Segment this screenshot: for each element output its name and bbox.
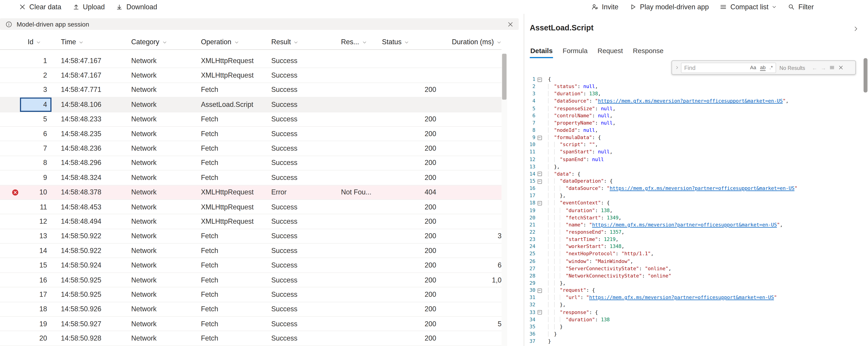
fold-collapse-icon[interactable]: −: [537, 179, 542, 184]
url-link[interactable]: https://mem.gfx.ms/meversion?partner=off…: [598, 98, 783, 104]
cell-time: 14:58:48.378: [52, 188, 122, 196]
grid-scrollbar-thumb[interactable]: [502, 54, 507, 100]
download-button[interactable]: Download: [110, 0, 163, 14]
toolbar-right: InvitePlay model-driven appCompact listF…: [586, 0, 819, 14]
code-line: 24 "workerStart": 1348,: [524, 243, 864, 251]
column-header-duration[interactable]: Duration (ms): [438, 38, 501, 46]
tab-response[interactable]: Response: [632, 44, 664, 58]
table-row[interactable]: 114:58:47.167NetworkXMLHttpRequestSucces…: [0, 54, 501, 68]
fold-collapse-icon[interactable]: −: [537, 136, 542, 140]
cell-id: 15: [20, 261, 52, 269]
column-header-id[interactable]: Id: [20, 38, 52, 46]
fold-collapse-icon[interactable]: −: [537, 77, 542, 82]
table-row[interactable]: 1014:58:48.378NetworkXMLHttpRequestError…: [0, 185, 501, 200]
column-header-details[interactable]: Res...: [332, 38, 373, 46]
column-header-category[interactable]: Category: [122, 38, 192, 46]
cell-category: Network: [122, 71, 192, 79]
column-header-time[interactable]: Time: [52, 38, 122, 46]
upload-button[interactable]: Upload: [67, 0, 111, 14]
expand-panel-icon[interactable]: [852, 25, 859, 32]
column-header-status[interactable]: Status: [373, 38, 438, 46]
fold-collapse-icon[interactable]: −: [537, 201, 542, 206]
previous-match-icon[interactable]: ←: [812, 64, 817, 70]
compact-list-button[interactable]: Compact list: [714, 0, 782, 14]
table-row[interactable]: 814:58:48.296NetworkFetchSuccess200: [0, 156, 501, 171]
cell-operation: Fetch: [191, 86, 262, 94]
next-match-icon[interactable]: →: [820, 64, 826, 70]
whole-word-icon[interactable]: ab: [760, 64, 766, 70]
find-input[interactable]: Find Aa ab .*: [681, 62, 776, 73]
cell-category: Network: [122, 261, 192, 269]
tab-formula[interactable]: Formula: [562, 44, 588, 58]
table-row[interactable]: 1414:58:50.922NetworkFetchSuccess200: [0, 244, 501, 258]
code-line: 4 "dataSource": "https://mem.gfx.ms/meve…: [524, 98, 864, 105]
close-find-icon[interactable]: [838, 65, 844, 70]
line-number: 13: [524, 163, 535, 170]
clear-data-button[interactable]: Clear data: [13, 0, 67, 14]
cell-time: 14:58:50.922: [52, 247, 122, 255]
panel-scrollbar-thumb[interactable]: [864, 58, 867, 92]
table-row[interactable]: 1614:58:50.925NetworkFetchSuccess2001,0: [0, 273, 501, 287]
line-number: 21: [524, 222, 535, 229]
code-line: 26 "window": "MainWindow",: [524, 258, 864, 265]
column-header-result[interactable]: Result: [262, 38, 332, 46]
table-row[interactable]: 714:58:48.236NetworkFetchSuccess200: [0, 141, 501, 156]
code-line: 2 "status": null,: [524, 83, 864, 90]
cell-result: Success: [262, 115, 332, 123]
play-model-driven-app-button[interactable]: Play model-driven app: [624, 0, 714, 14]
info-bar-close-icon[interactable]: [507, 21, 514, 27]
play-model-driven-app-label: Play model-driven app: [640, 3, 709, 11]
line-number: 32: [524, 301, 535, 309]
search-icon: [788, 3, 795, 11]
cell-id: 5: [20, 115, 52, 123]
cell-operation: Fetch: [191, 306, 262, 313]
line-number: 33: [524, 309, 535, 316]
table-row[interactable]: 1114:58:48.453NetworkXMLHttpRequestSucce…: [0, 200, 501, 214]
table-row[interactable]: 514:58:48.233NetworkFetchSuccess200: [0, 112, 501, 126]
cell-operation: Fetch: [191, 174, 262, 181]
invite-button[interactable]: Invite: [586, 0, 624, 14]
line-number: 16: [524, 185, 535, 192]
filter-button[interactable]: Filter: [782, 0, 819, 14]
table-row[interactable]: 314:58:47.771NetworkFetchSuccess200: [0, 83, 501, 97]
table-row[interactable]: 1214:58:48.494NetworkXMLHttpRequestSucce…: [0, 214, 501, 229]
table-row[interactable]: 414:58:48.106NetworkAssetLoad.ScriptSucc…: [0, 97, 501, 112]
column-header-operation[interactable]: Operation: [191, 38, 262, 46]
find-in-selection-icon[interactable]: [830, 65, 835, 70]
cell-category: Network: [122, 232, 192, 240]
cell-category: Network: [122, 247, 192, 255]
fold-collapse-icon[interactable]: −: [537, 288, 542, 293]
table-row[interactable]: 1714:58:50.925NetworkFetchSuccess200: [0, 287, 501, 302]
panel-scrollbar[interactable]: [864, 53, 867, 346]
table-row[interactable]: 614:58:48.235NetworkFetchSuccess200: [0, 127, 501, 141]
cell-status: 200: [373, 306, 438, 313]
tab-details[interactable]: Details: [530, 44, 553, 58]
cell-result: Success: [262, 218, 332, 225]
regex-icon[interactable]: .*: [770, 65, 773, 70]
fold-collapse-icon[interactable]: −: [537, 172, 542, 176]
url-link[interactable]: https://mem.gfx.ms/meversion?partner=off…: [589, 295, 774, 300]
table-row[interactable]: 1514:58:50.924NetworkFetchSuccess2006: [0, 258, 501, 273]
tab-request[interactable]: Request: [597, 44, 623, 58]
match-case-icon[interactable]: Aa: [750, 65, 756, 70]
table-row[interactable]: 1814:58:50.926NetworkFetchSuccess200: [0, 302, 501, 317]
cell-status: 200: [373, 261, 438, 269]
cell-category: Network: [122, 145, 192, 152]
code-line: 36 }: [524, 330, 864, 338]
fold-collapse-icon[interactable]: −: [537, 310, 542, 315]
cell-result: Success: [262, 232, 332, 240]
table-row[interactable]: 1914:58:50.927NetworkFetchSuccess2005: [0, 317, 501, 331]
json-editor[interactable]: Find Aa ab .* No Results ← → 1−{2 "statu…: [524, 59, 864, 346]
table-row[interactable]: 914:58:48.324NetworkFetchSuccess200: [0, 171, 501, 185]
code-line: 21 "name": "https://mem.gfx.ms/meversion…: [524, 222, 864, 229]
url-link[interactable]: https://mem.gfx.ms/meversion?partner=off…: [592, 222, 777, 227]
grid-scrollbar[interactable]: [501, 54, 507, 346]
url-link[interactable]: https://mem.gfx.ms/meversion?partner=off…: [610, 185, 795, 191]
table-row[interactable]: 2014:58:50.928NetworkFetchSuccess200: [0, 331, 501, 346]
cell-duration: 1,0: [438, 276, 501, 284]
table-row[interactable]: 214:58:47.167NetworkXMLHttpRequestSucces…: [0, 68, 501, 83]
toggle-replace-icon[interactable]: [675, 65, 679, 70]
code-line: 23 "startTime": 1219,: [524, 236, 864, 243]
table-row[interactable]: 1314:58:50.922NetworkFetchSuccess2003: [0, 229, 501, 244]
code-line: 22 "responseEnd": 1357,: [524, 229, 864, 236]
